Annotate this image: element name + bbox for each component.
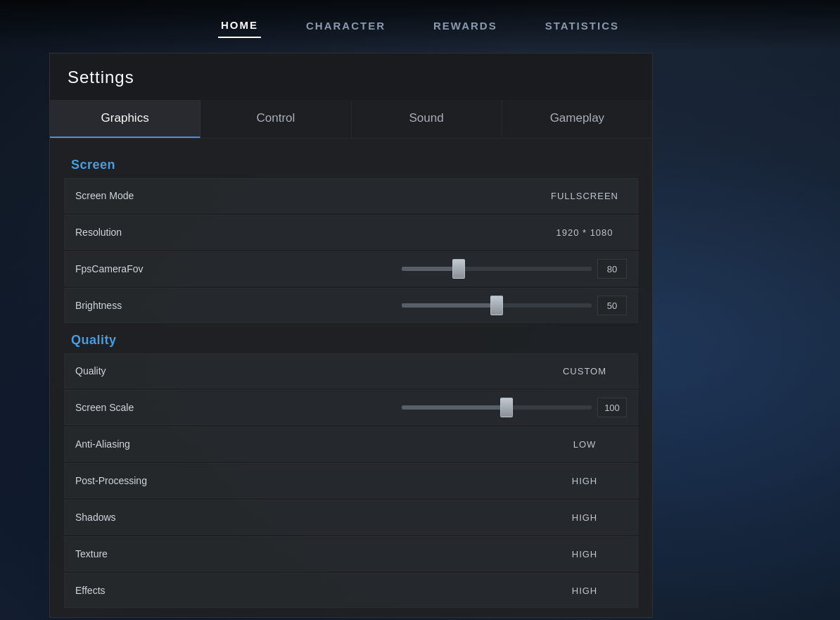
setting-name-anti-aliasing: Anti-Aliasing (75, 438, 216, 450)
screen-scale-slider-fill (402, 405, 507, 410)
setting-row-brightness: Brightness 50 (64, 288, 638, 323)
fps-camera-fov-slider-thumb[interactable] (452, 259, 465, 279)
brightness-slider-container: 50 (402, 296, 627, 315)
setting-row-quality[interactable]: Quality CUSTOM (64, 353, 638, 388)
settings-panel: Settings Graphics Control Sound Gameplay… (49, 53, 653, 618)
setting-row-screen-mode[interactable]: Screen Mode FULLSCREEN (64, 178, 638, 213)
tab-control[interactable]: Control (201, 100, 351, 138)
setting-value-screen-mode: FULLSCREEN (542, 191, 627, 201)
setting-row-texture[interactable]: Texture HIGH (64, 536, 638, 571)
brightness-value: 50 (597, 296, 627, 315)
setting-name-screen-mode: Screen Mode (75, 190, 216, 201)
setting-value-quality: CUSTOM (542, 366, 627, 377)
setting-row-shadows[interactable]: Shadows HIGH (64, 500, 638, 535)
setting-value-anti-aliasing: LOW (542, 439, 627, 450)
brightness-slider-track[interactable] (402, 303, 592, 308)
setting-name-screen-scale: Screen Scale (75, 402, 216, 413)
setting-value-texture: HIGH (542, 549, 627, 559)
nav-item-statistics[interactable]: STATISTICS (542, 14, 622, 37)
setting-row-screen-scale: Screen Scale 100 (64, 390, 638, 425)
setting-row-resolution[interactable]: Resolution 1920 * 1080 (64, 215, 638, 250)
fps-camera-fov-slider-container: 80 (402, 259, 627, 279)
setting-row-post-processing[interactable]: Post-Processing HIGH (64, 463, 638, 498)
fps-camera-fov-slider-fill (402, 267, 459, 271)
setting-value-shadows: HIGH (542, 512, 627, 523)
screen-scale-value: 100 (597, 398, 627, 417)
tabs-bar: Graphics Control Sound Gameplay (50, 100, 652, 139)
screen-scale-slider-track[interactable] (402, 405, 592, 410)
nav-item-rewards[interactable]: REWARDS (431, 14, 500, 37)
section-label-quality: Quality (64, 324, 638, 353)
setting-name-quality: Quality (75, 365, 216, 377)
fps-camera-fov-value: 80 (597, 259, 627, 279)
setting-value-resolution: 1920 * 1080 (542, 227, 627, 238)
settings-header: Settings (50, 53, 652, 100)
screen-scale-slider-container: 100 (402, 398, 627, 417)
tab-sound[interactable]: Sound (352, 100, 502, 138)
setting-name-shadows: Shadows (75, 512, 216, 523)
setting-name-post-processing: Post-Processing (75, 475, 216, 486)
setting-name-fps-camera-fov: FpsCameraFov (75, 263, 216, 274)
setting-name-resolution: Resolution (75, 227, 216, 238)
nav-item-home[interactable]: HOME (218, 13, 261, 38)
top-nav: HOME CHARACTER REWARDS STATISTICS (0, 0, 840, 51)
fps-camera-fov-slider-track[interactable] (402, 267, 592, 271)
setting-row-anti-aliasing[interactable]: Anti-Aliasing LOW (64, 426, 638, 462)
tab-graphics[interactable]: Graphics (50, 100, 201, 138)
nav-item-character[interactable]: CHARACTER (303, 14, 388, 37)
tab-gameplay[interactable]: Gameplay (502, 100, 652, 138)
setting-name-brightness: Brightness (75, 300, 216, 311)
brightness-slider-fill (402, 303, 497, 308)
brightness-slider-thumb[interactable] (490, 296, 503, 315)
section-label-screen: Screen (64, 149, 638, 178)
setting-value-post-processing: HIGH (542, 476, 627, 486)
setting-value-effects: HIGH (542, 586, 627, 596)
setting-name-effects: Effects (75, 585, 216, 596)
setting-name-texture: Texture (75, 548, 216, 559)
setting-row-fps-camera-fov: FpsCameraFov 80 (64, 251, 638, 286)
setting-row-effects[interactable]: Effects HIGH (64, 573, 638, 608)
settings-title: Settings (68, 68, 635, 87)
settings-content: Screen Screen Mode FULLSCREEN Resolution… (50, 139, 652, 617)
screen-scale-slider-thumb[interactable] (500, 398, 513, 417)
